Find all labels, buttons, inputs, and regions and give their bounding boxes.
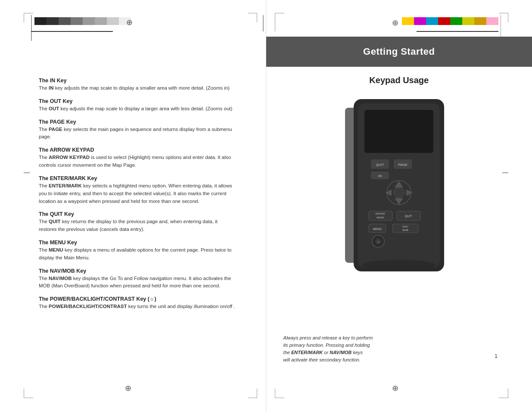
svg-text:QUIT: QUIT xyxy=(376,163,384,167)
rbar-seg-6 xyxy=(462,17,474,25)
corner-bracket-tl xyxy=(24,13,33,22)
device-illustration: QUIT PAGE IN ENTER/ MARK xyxy=(339,95,459,276)
top-color-bar-left xyxy=(34,17,131,25)
section-menu-key: The MENU Key The MENU key displays a men… xyxy=(39,240,236,262)
rbar-seg-1 xyxy=(402,17,414,25)
quit-key-title: The QUIT Key xyxy=(39,211,236,217)
page-number: 1 xyxy=(495,353,498,359)
arrow-keypad-title: The ARROW KEYPAD xyxy=(39,147,236,153)
bar-seg-3 xyxy=(59,17,71,25)
menu-key-body: The MENU key displays a menu of availabl… xyxy=(39,246,236,262)
section-enter-mark: The ENTER/MARK Key The ENTER/MARK key se… xyxy=(39,175,236,205)
rbar-seg-4 xyxy=(438,17,450,25)
bar-seg-4 xyxy=(71,17,83,25)
svg-text:QUIT: QUIT xyxy=(405,215,412,218)
right-vline-mid xyxy=(502,172,508,173)
section-quit-key: The QUIT Key The QUIT key returns the di… xyxy=(39,211,236,234)
bar-seg-7 xyxy=(107,17,119,25)
svg-text:☼: ☼ xyxy=(376,240,380,244)
enter-mark-title: The ENTER/MARK Key xyxy=(39,175,236,181)
vline-right2 xyxy=(275,15,276,31)
corner-bracket-br xyxy=(248,389,257,398)
device-svg: QUIT PAGE IN ENTER/ MARK xyxy=(339,95,459,276)
caption-line1: Always press and release a key to perfor… xyxy=(283,335,373,362)
arrow-keypad-body: The ARROW KEYPAD is used to select (High… xyxy=(39,154,236,169)
out-key-body: The OUT key adjusts the map scale to dis… xyxy=(39,105,236,113)
enter-mark-body: The ENTER/MARK key selects a highlighted… xyxy=(39,182,236,205)
svg-text:IN: IN xyxy=(378,174,382,178)
arrow-keypad-bold: ARROW KEYPAD xyxy=(49,155,90,160)
section-page-key: The PAGE Key The PAGE key selects the ma… xyxy=(39,119,236,141)
crosshair-bottom-right: ⊕ xyxy=(392,383,398,393)
nav-mob-title: The NAV/MOB Key xyxy=(39,268,236,274)
quit-key-bold: QUIT xyxy=(49,219,60,224)
section-out-key: The OUT Key The OUT key adjusts the map … xyxy=(39,98,236,113)
crosshair-top-right: ⊕ xyxy=(392,18,398,28)
section-arrow-keypad: The ARROW KEYPAD The ARROW KEYPAD is use… xyxy=(39,147,236,169)
nav-mob-body: The NAV/MOB key displays the Go To and F… xyxy=(39,275,236,290)
subheading: Keypad Usage xyxy=(266,75,532,85)
quit-key-body: The QUIT key returns the display to the … xyxy=(39,218,236,234)
caption-bold-nav: NAV/MOB xyxy=(330,350,352,355)
menu-key-bold: MENU xyxy=(49,247,63,252)
rbar-seg-5 xyxy=(450,17,462,25)
vline-left xyxy=(31,15,32,41)
enter-mark-bold: ENTER/MARK xyxy=(49,183,82,188)
corner-bracket-bl-r xyxy=(275,389,284,398)
in-key-title: The IN Key xyxy=(39,78,236,84)
crosshair-bottom-left: ⊕ xyxy=(125,383,131,393)
section-power-key: The POWER/BACKLIGHT/CONTRAST Key (☼) The… xyxy=(39,296,236,311)
power-key-bold: POWER/BACKLIGHT/CONTRAST xyxy=(49,304,127,309)
in-key-bold: IN xyxy=(49,85,54,90)
top-color-bar-right xyxy=(402,17,498,25)
section-in-key: The IN Key The IN key adjusts the map sc… xyxy=(39,78,236,92)
hline-right-top xyxy=(417,31,498,32)
page-key-body: The PAGE key selects the main pages in s… xyxy=(39,126,236,141)
bar-seg-1 xyxy=(34,17,47,25)
out-key-bold: OUT xyxy=(49,106,59,111)
corner-bracket-tr xyxy=(248,13,257,22)
power-key-body: The POWER/BACKLIGHT/CONTRAST key turns t… xyxy=(39,303,236,311)
caption-bold-enter: ENTER/MARK xyxy=(291,350,323,355)
rbar-seg-8 xyxy=(486,17,498,25)
svg-text:MARK: MARK xyxy=(377,216,384,219)
in-key-body: The IN key adjusts the map scale to disp… xyxy=(39,84,236,92)
corner-bracket-tl-r xyxy=(275,13,284,22)
svg-point-29 xyxy=(362,260,436,270)
header-title: Getting Started xyxy=(363,46,435,57)
power-key-title: The POWER/BACKLIGHT/CONTRAST Key (☼) xyxy=(39,296,236,302)
rbar-seg-7 xyxy=(474,17,486,25)
bar-seg-2 xyxy=(47,17,59,25)
hline-left-top xyxy=(31,31,113,32)
svg-text:PAGE: PAGE xyxy=(398,163,408,167)
menu-key-title: The MENU Key xyxy=(39,240,236,246)
page-key-bold: PAGE xyxy=(49,127,62,132)
section-nav-mob: The NAV/MOB Key The NAV/MOB key displays… xyxy=(39,268,236,290)
out-key-title: The OUT Key xyxy=(39,98,236,104)
crosshair-top-left: ⊕ xyxy=(125,18,134,27)
svg-text:MENU: MENU xyxy=(373,227,382,230)
svg-rect-3 xyxy=(364,110,433,153)
header-banner: Getting Started xyxy=(266,37,532,67)
bar-seg-5 xyxy=(83,17,95,25)
right-page: ⊕ ⊕ Getting Started Keypad Usage QUIT PA… xyxy=(266,0,532,411)
page-key-title: The PAGE Key xyxy=(39,119,236,125)
svg-text:MOB: MOB xyxy=(402,229,408,231)
left-content: The IN Key The IN key adjusts the map sc… xyxy=(39,78,236,311)
vline-left2 xyxy=(263,15,264,31)
svg-text:NAV/: NAV/ xyxy=(403,225,409,228)
svg-text:ENTER/: ENTER/ xyxy=(376,212,385,215)
rbar-seg-2 xyxy=(414,17,426,25)
bar-seg-6 xyxy=(95,17,107,25)
left-vline-mid xyxy=(24,172,30,173)
corner-bracket-br-r xyxy=(499,389,508,398)
left-page: ⊕ ⊕ The IN Key The IN key adjusts the ma… xyxy=(0,0,266,411)
svg-point-14 xyxy=(394,187,404,198)
corner-bracket-bl xyxy=(24,389,33,398)
caption-area: Always press and release a key to perfor… xyxy=(283,334,506,364)
rbar-seg-3 xyxy=(426,17,438,25)
nav-mob-bold: NAV/MOB xyxy=(49,276,72,281)
